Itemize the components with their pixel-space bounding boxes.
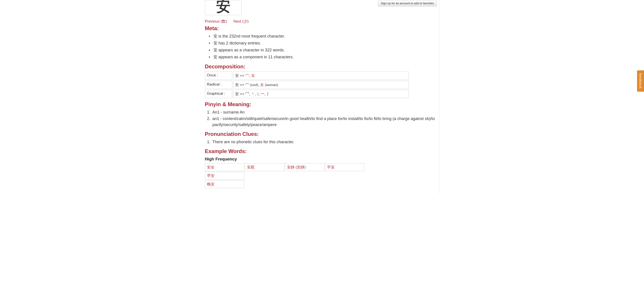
decomp-value-graphical: 安 => 冖, 丶, 𠃌, 一, 丿 (233, 90, 409, 98)
high-frequency-grid-row2: 晚安 (205, 180, 404, 188)
word-link[interactable]: 安慰 (245, 163, 284, 171)
word-link[interactable]: 安静 (安靜) (285, 163, 324, 171)
char-link[interactable]: 宀 (246, 73, 249, 78)
word-link[interactable]: 安全 (205, 163, 244, 171)
decomp-label-once: Once : (205, 71, 232, 80)
list-item: 安 is the 232nd most frequent character. (209, 33, 439, 39)
example-words-heading: Example Words: (205, 148, 439, 154)
high-frequency-heading: High Frequency (205, 157, 439, 162)
word-link[interactable]: 晚安 (205, 180, 244, 188)
decomp-value-once: 安 => 宀, 女 (233, 71, 409, 80)
next-link[interactable]: Next (少) (233, 19, 248, 23)
list-item: There are no phonetic clues for this cha… (212, 139, 439, 145)
decomp-label-graphical: Graphical : (205, 90, 232, 98)
previous-link[interactable]: Previous (数) (205, 19, 227, 23)
main-character: 安 (216, 0, 230, 12)
list-item: 安 has 2 dictionary entries. (209, 40, 439, 46)
signup-button[interactable]: Sign up for an account to add to favorit… (378, 0, 437, 6)
char-link[interactable]: 女 (260, 83, 264, 87)
char-link[interactable]: 宀 (246, 83, 249, 87)
decomp-label-radical: Radical : (205, 81, 232, 89)
character-display: 安 (205, 0, 242, 15)
decomposition-heading: Decomposition: (205, 63, 439, 70)
word-link[interactable]: 平安 (325, 163, 364, 171)
list-item: 安 appears as a component in 11 character… (209, 54, 439, 60)
table-row: Radical : 安 => 宀 (roof), 女 (woman) (205, 81, 409, 89)
high-frequency-grid: 安全 安慰 安静 (安靜) 平安 早安 (205, 163, 404, 180)
list-item: an1 - content/calm/still/quiet/safe/secu… (212, 116, 439, 128)
nav-links: Previous (数) Next (少) (205, 19, 439, 24)
decomposition-table: Once : 安 => 宀, 女 Radical : 安 => 宀 (roof)… (205, 71, 409, 98)
list-item: 安 appears as a character in 322 words. (209, 47, 439, 53)
decomp-value-radical: 安 => 宀 (roof), 女 (woman) (233, 81, 409, 89)
table-row: Graphical : 安 => 冖, 丶, 𠃌, 一, 丿 (205, 90, 409, 98)
char-link[interactable]: 女 (251, 73, 255, 78)
pronunciation-clues-heading: Pronunciation Clues: (205, 131, 439, 137)
table-row: Once : 安 => 宀, 女 (205, 71, 409, 80)
pinyin-meaning-heading: Pinyin & Meaning: (205, 101, 439, 107)
word-link[interactable]: 早安 (205, 172, 244, 180)
meta-heading: Meta: (205, 25, 439, 31)
feedback-tab[interactable]: feedback (637, 70, 644, 92)
meta-list: 安 is the 232nd most frequent character. … (205, 33, 439, 60)
pronunciation-clues-list: There are no phonetic clues for this cha… (205, 139, 439, 145)
list-item: An1 - surname An (212, 109, 439, 115)
pinyin-meaning-list: An1 - surname An an1 - content/calm/stil… (205, 109, 439, 128)
